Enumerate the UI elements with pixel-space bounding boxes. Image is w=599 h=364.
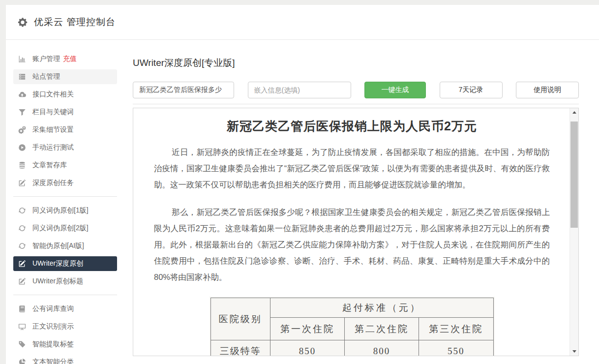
sidebar-item-接口文件相关[interactable]: 接口文件相关 (13, 87, 117, 102)
site-list-icon (18, 73, 26, 81)
refresh-icon (18, 224, 26, 232)
sidebar-item-label: 栏目与关键词 (32, 108, 74, 117)
sidebar-item-label: UWriter深度原创 (32, 259, 83, 268)
table-sub-header: 第三次住院 (419, 318, 493, 340)
table-group-header: 起付标准（元） (270, 298, 493, 318)
generate-button[interactable]: 一键生成 (364, 82, 426, 98)
keyword-input[interactable] (133, 82, 234, 98)
sidebar-item-label: 采集细节设置 (32, 125, 74, 134)
usage-help-button[interactable]: 使用说明 (516, 82, 579, 98)
hospital-fee-table: 医院级别 起付标准（元） 第一次住院第二次住院第三次住院 三级特等8508005… (210, 298, 494, 356)
table-cell: 850 (270, 340, 344, 357)
sidebar-item-文本智能分类[interactable]: 文本智能分类 (13, 355, 117, 364)
sidebar-item-正文识别演示[interactable]: 正文识别演示 (13, 319, 117, 334)
database-icon (18, 161, 26, 169)
sidebar-item-深度原创任务[interactable]: 深度原创任务 (13, 176, 117, 190)
recharge-badge[interactable]: 充值 (63, 55, 77, 63)
sidebar-item-label: UWriter原创标题 (32, 277, 83, 286)
sidebar-item-label: 公有词库查询 (32, 304, 74, 313)
sidebar-item-label: 同义词伪原创[1版] (32, 206, 89, 215)
table-sub-header: 第二次住院 (345, 318, 419, 340)
tag-icon (18, 340, 26, 348)
sidebar-item-label: 深度原创任务 (32, 179, 74, 187)
sidebar-item-采集细节设置[interactable]: 采集细节设置 (13, 122, 117, 137)
edit-icon (18, 179, 26, 187)
play-circle-icon (18, 144, 26, 152)
sidebar-item-文章暂存库[interactable]: 文章暂存库 (13, 158, 117, 173)
app-title: 优采云 管理控制台 (34, 16, 116, 29)
refresh-icon (18, 207, 26, 214)
filter-icon (18, 108, 26, 116)
top-header: 优采云 管理控制台 (6, 5, 599, 40)
sidebar-item-栏目与关键词[interactable]: 栏目与关键词 (13, 105, 117, 120)
article-paragraph: 那么，新冠乙类乙管后医保报多少呢？根据国家卫生健康委员会的相关规定，新冠乙类乙管… (154, 204, 550, 285)
refresh-icon (18, 242, 26, 250)
edit-icon (18, 260, 26, 268)
sidebar-item-同义词伪原创[1版][interactable]: 同义词伪原创[1版] (13, 203, 117, 218)
sidebar-nav: 账户管理充值站点管理接口文件相关栏目与关键词采集细节设置手动运行测试文章暂存库深… (6, 40, 127, 364)
monitor-icon (18, 323, 26, 331)
sidebar-item-label: 站点管理 (32, 72, 60, 81)
sidebar-item-同义词伪原创[2版][interactable]: 同义词伪原创[2版] (13, 221, 117, 236)
sidebar-divider (13, 196, 117, 197)
sidebar-item-label: 智能提取标签 (32, 340, 74, 349)
sidebar-item-UWriter深度原创[interactable]: UWriter深度原创 (13, 256, 117, 271)
table-sub-header: 第一次住院 (270, 318, 344, 340)
article-content: 新冠乙类乙管后医保报销上限为人民币2万元 近日，新冠肺炎的疫情正在全球蔓延，为了… (133, 108, 578, 356)
embed-info-input[interactable] (248, 82, 351, 98)
article-paragraph: 近日，新冠肺炎的疫情正在全球蔓延，为了防止疫情发展，各国都采取了相应的措施。在中… (154, 144, 550, 193)
sidebar-item-智能伪原创[AI版][interactable]: 智能伪原创[AI版] (13, 239, 117, 253)
sidebar-item-手动运行测试[interactable]: 手动运行测试 (13, 140, 117, 155)
sidebar-item-label: 同义词伪原创[2版] (32, 224, 89, 233)
sidebar-item-label: 文章暂存库 (32, 161, 67, 170)
scroll-down-arrow-icon[interactable] (570, 347, 578, 356)
book-icon (18, 305, 26, 313)
article-result-panel: 新冠乙类乙管后医保报销上限为人民币2万元 近日，新冠肺炎的疫情正在全球蔓延，为了… (133, 108, 579, 356)
sidebar-divider (13, 295, 117, 295)
gear-icon (18, 17, 28, 27)
scrollbar-thumb[interactable] (570, 121, 578, 228)
sidebar-item-UWriter原创标题[interactable]: UWriter原创标题 (13, 274, 117, 289)
sidebar-item-label: 正文识别演示 (32, 322, 74, 331)
sidebar-item-智能提取标签[interactable]: 智能提取标签 (13, 337, 117, 352)
sidebar-item-账户管理[interactable]: 账户管理充值 (13, 52, 117, 66)
page-title: UWriter深度原创[专业版] (133, 57, 579, 69)
sidebar-item-label: 手动运行测试 (32, 143, 74, 152)
main-panel: UWriter深度原创[专业版] 一键生成 7天记录 使用说明 新冠乙类乙管后医… (127, 40, 599, 364)
table-row: 三级特等850800550 (210, 340, 493, 357)
gears-icon (18, 126, 26, 134)
edit-icon (18, 277, 26, 285)
bar-chart-icon (18, 55, 26, 63)
table-cell: 三级特等 (210, 340, 270, 357)
sidebar-item-站点管理[interactable]: 站点管理 (13, 69, 117, 84)
table-corner-header: 医院级别 (210, 298, 270, 340)
scroll-up-arrow-icon[interactable] (570, 108, 578, 117)
sidebar-item-label: 账户管理 (32, 55, 60, 63)
sidebar-item-label: 文本智能分类 (32, 358, 74, 364)
sidebar-item-label: 接口文件相关 (32, 90, 74, 99)
seven-day-records-button[interactable]: 7天记录 (440, 82, 503, 98)
hospital-fee-table-image: 医院级别 起付标准（元） 第一次住院第二次住院第三次住院 三级特等8508005… (210, 297, 495, 356)
article-scrollbar[interactable] (569, 108, 578, 356)
toolbar: 一键生成 7天记录 使用说明 (133, 82, 579, 98)
table-cell: 800 (345, 340, 419, 357)
article-title: 新冠乙类乙管后医保报销上限为人民币2万元 (154, 118, 550, 134)
sidebar-item-label: 智能伪原创[AI版] (32, 242, 84, 250)
panel-divider (133, 104, 579, 104)
admin-console-window: 优采云 管理控制台 账户管理充值站点管理接口文件相关栏目与关键词采集细节设置手动… (6, 5, 599, 364)
pie-chart-icon (18, 358, 26, 364)
cloud-upload-icon (18, 91, 26, 98)
table-cell: 550 (419, 340, 493, 357)
sidebar-item-公有词库查询[interactable]: 公有词库查询 (13, 302, 117, 316)
